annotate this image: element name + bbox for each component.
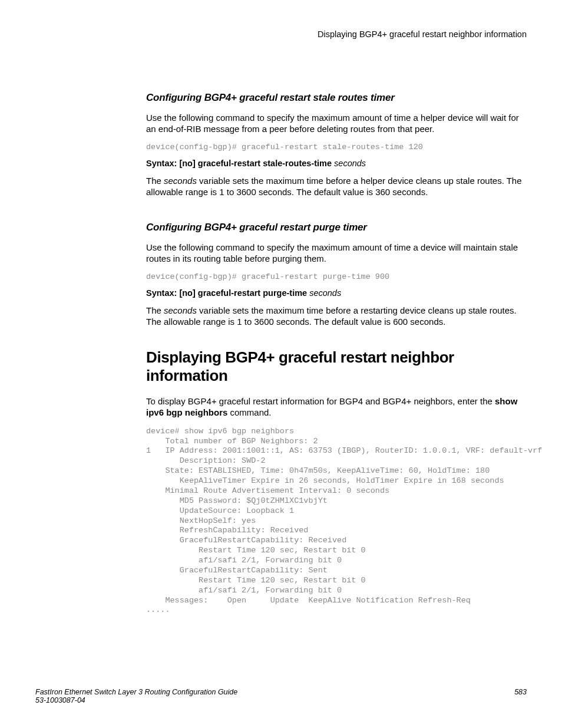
footer-docnum: 53-1003087-04 bbox=[35, 696, 237, 704]
var-seconds: seconds bbox=[164, 305, 197, 315]
heading-stale-routes-timer: Configuring BGP4+ graceful restart stale… bbox=[146, 92, 527, 104]
footer-left: FastIron Ethernet Switch Layer 3 Routing… bbox=[35, 688, 237, 704]
text: The bbox=[146, 305, 164, 315]
running-header: Displaying BGP4+ graceful restart neighb… bbox=[146, 29, 527, 39]
text: variable sets the maximum time before a … bbox=[146, 176, 522, 197]
syntax-prefix: Syntax: [no] graceful-restart stale-rout… bbox=[146, 159, 332, 168]
text: To display BGP4+ graceful restart inform… bbox=[146, 396, 495, 406]
footer-title: FastIron Ethernet Switch Layer 3 Routing… bbox=[35, 688, 237, 696]
heading-purge-timer: Configuring BGP4+ graceful restart purge… bbox=[146, 222, 527, 233]
footer-pagenum: 583 bbox=[514, 688, 527, 704]
spacer bbox=[146, 206, 527, 222]
syntax-var: seconds bbox=[332, 159, 366, 168]
code-show-neighbors: device# show ipv6 bgp neighbors Total nu… bbox=[146, 427, 527, 616]
syntax-prefix: Syntax: [no] graceful-restart purge-time bbox=[146, 288, 307, 298]
intro-displaying: To display BGP4+ graceful restart inform… bbox=[146, 396, 527, 418]
text: command. bbox=[227, 407, 271, 417]
page: Displaying BGP4+ graceful restart neighb… bbox=[0, 0, 562, 728]
code-stale-routes: device(config-bgp)# graceful-restart sta… bbox=[146, 143, 527, 153]
footer: FastIron Ethernet Switch Layer 3 Routing… bbox=[35, 688, 527, 704]
text: variable sets the maximum time before a … bbox=[146, 305, 517, 327]
intro-purge: Use the following command to specify the… bbox=[146, 242, 527, 264]
syntax-stale-routes: Syntax: [no] graceful-restart stale-rout… bbox=[146, 159, 527, 168]
body-purge-2: The seconds variable sets the maximum ti… bbox=[146, 305, 527, 327]
text: The bbox=[146, 176, 164, 186]
code-purge: device(config-bgp)# graceful-restart pur… bbox=[146, 272, 527, 282]
syntax-purge: Syntax: [no] graceful-restart purge-time… bbox=[146, 288, 527, 298]
intro-stale-routes: Use the following command to specify the… bbox=[146, 112, 527, 134]
syntax-var: seconds bbox=[307, 288, 341, 298]
var-seconds: seconds bbox=[164, 176, 197, 186]
heading-displaying-info: Displaying BGP4+ graceful restart neighb… bbox=[146, 348, 527, 385]
body-stale-routes-2: The seconds variable sets the maximum ti… bbox=[146, 175, 527, 197]
